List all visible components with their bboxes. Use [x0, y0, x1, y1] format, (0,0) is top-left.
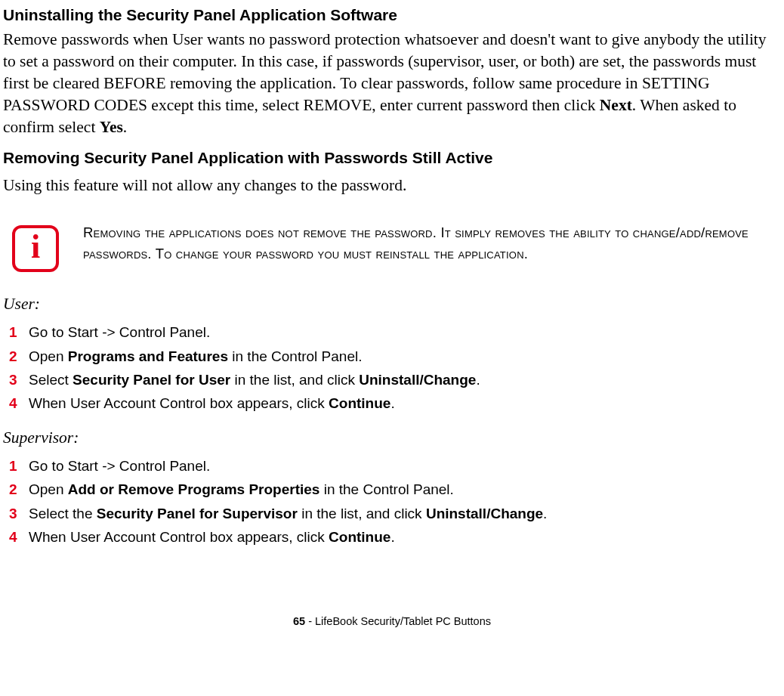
list-item: 2 Open Programs and Features in the Cont… — [3, 345, 781, 369]
text-span: . — [123, 118, 127, 136]
text-span: in the list, and click — [230, 372, 359, 388]
text-span: in the Control Panel. — [228, 348, 362, 364]
step-text: Select Security Panel for User in the li… — [29, 369, 480, 391]
step-text: Select the Security Panel for Supervisor… — [29, 503, 547, 524]
footer-separator: - — [305, 615, 315, 627]
step-text: Open Programs and Features in the Contro… — [29, 345, 362, 367]
step-number: 1 — [3, 455, 29, 477]
steps-supervisor: 1 Go to Start -> Control Panel. 2 Open A… — [3, 455, 781, 550]
text-span: . — [390, 529, 394, 545]
text-span: . — [476, 372, 480, 388]
page-footer: 65 - LifeBook Security/Tablet PC Buttons — [3, 615, 781, 627]
list-item: 2 Open Add or Remove Programs Properties… — [3, 478, 781, 502]
step-number: 3 — [3, 369, 29, 391]
info-icon-letter: i — [31, 230, 40, 264]
step-number: 4 — [3, 526, 29, 548]
list-item: 3 Select Security Panel for User in the … — [3, 369, 781, 392]
text-span: . — [390, 395, 394, 411]
steps-user: 1 Go to Start -> Control Panel. 2 Open P… — [3, 321, 781, 416]
step-number: 3 — [3, 503, 29, 524]
list-item: 1 Go to Start -> Control Panel. — [3, 321, 781, 345]
bold-span: Add or Remove Programs Properties — [68, 481, 320, 497]
bold-yes: Yes — [100, 118, 123, 136]
list-item: 4 When User Account Control box appears,… — [3, 392, 781, 416]
bold-span: Security Panel for Supervisor — [97, 506, 298, 521]
step-text: When User Account Control box appears, c… — [29, 392, 395, 414]
text-span: Select the — [29, 506, 97, 521]
step-text: When User Account Control box appears, c… — [29, 526, 395, 548]
section-heading-uninstalling: Uninstalling the Security Panel Applicat… — [3, 6, 781, 24]
text-span: When User Account Control box appears, c… — [29, 529, 329, 545]
step-number: 2 — [3, 478, 29, 500]
bold-span: Security Panel for User — [73, 372, 230, 388]
info-icon: i — [12, 225, 59, 272]
step-number: 1 — [3, 321, 29, 343]
footer-title: LifeBook Security/Tablet PC Buttons — [315, 615, 491, 627]
bold-span: Continue — [329, 395, 390, 411]
step-text: Go to Start -> Control Panel. — [29, 321, 210, 343]
bold-span: Uninstall/Change — [426, 506, 543, 521]
text-span: Select — [29, 372, 73, 388]
section-heading-removing-active: Removing Security Panel Application with… — [3, 149, 781, 167]
step-text: Go to Start -> Control Panel. — [29, 455, 210, 477]
paragraph-using-feature: Using this feature will not allow any ch… — [3, 175, 781, 196]
text-span: . — [543, 506, 547, 521]
document-page: Uninstalling the Security Panel Applicat… — [0, 0, 784, 642]
paragraph-remove-passwords: Remove passwords when User wants no pass… — [3, 29, 781, 138]
label-supervisor: Supervisor: — [3, 428, 781, 447]
list-item: 4 When User Account Control box appears,… — [3, 526, 781, 549]
bold-span: Programs and Features — [68, 348, 228, 364]
list-item: 3 Select the Security Panel for Supervis… — [3, 503, 781, 526]
text-span: Go to Start -> Control Panel. — [29, 458, 210, 474]
label-user: User: — [3, 295, 781, 314]
info-callout-text: Removing the applications does not remov… — [83, 222, 763, 264]
text-span: in the list, and click — [298, 506, 426, 521]
list-item: 1 Go to Start -> Control Panel. — [3, 455, 781, 478]
step-text: Open Add or Remove Programs Properties i… — [29, 478, 454, 500]
info-callout: i Removing the applications does not rem… — [12, 222, 781, 272]
step-number: 2 — [3, 345, 29, 367]
text-span: Open — [29, 348, 68, 364]
text-span: Go to Start -> Control Panel. — [29, 324, 210, 340]
bold-span: Continue — [329, 529, 390, 545]
page-number: 65 — [293, 615, 305, 627]
bold-next: Next — [600, 96, 632, 114]
text-span: in the Control Panel. — [319, 481, 453, 497]
step-number: 4 — [3, 392, 29, 414]
text-span: Open — [29, 481, 68, 497]
text-span: When User Account Control box appears, c… — [29, 395, 329, 411]
bold-span: Uninstall/Change — [359, 372, 476, 388]
